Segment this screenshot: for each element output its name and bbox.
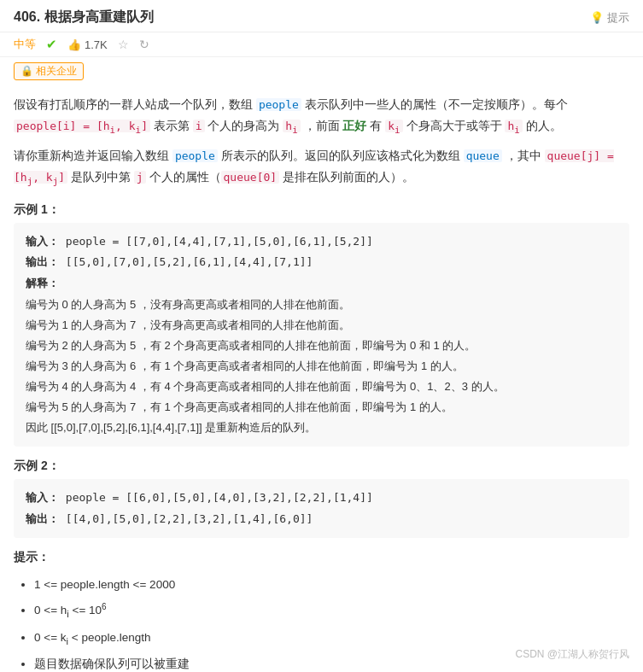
- example2-output: 输出： [[4,0],[5,0],[2,2],[3,2],[1,4],[6,0]…: [26, 509, 617, 530]
- example1-input: 输入： people = [[7,0],[4,4],[7,1],[5,0],[6…: [26, 231, 617, 253]
- example1-input-label: 输入：: [26, 235, 59, 248]
- example2-title: 示例 2：: [14, 459, 629, 474]
- explain-line-6: 因此 [[5,0],[7,0],[5,2],[6,1],[4,4],[7,1]]…: [26, 418, 617, 438]
- code-hi: hi: [283, 120, 300, 132]
- thumb-up-icon: 👍: [67, 38, 81, 51]
- code-peoplei: people[i] = [hi, ki]: [14, 120, 150, 132]
- tag-bar: 🔒 相关企业: [0, 57, 643, 85]
- likes-count: 👍 1.7K: [67, 38, 108, 51]
- explain-line-0: 编号为 0 的人身高为 5 ，没有身高更高或者相同的人排在他前面。: [26, 295, 617, 315]
- explain-line-3: 编号为 3 的人身高为 6 ，有 1 个身高更高或者者相同的人排在他前面，即编号…: [26, 356, 617, 377]
- code-ki: ki: [385, 120, 402, 132]
- header: 406. 根据身高重建队列 💡 提示: [0, 0, 643, 32]
- hint-label[interactable]: 💡 提示: [590, 10, 629, 26]
- lock-icon: 🔒: [20, 65, 33, 77]
- example1-output: 输出： [[5,0],[7,0],[5,2],[6,1],[4,4],[7,1]…: [26, 252, 617, 273]
- keyword-queue: queue: [464, 149, 502, 162]
- keyword-people: people: [256, 98, 301, 111]
- code-queue0: queue[0]: [221, 171, 280, 184]
- related-companies-tag[interactable]: 🔒 相关企业: [14, 62, 84, 80]
- difficulty-badge: 中等: [14, 37, 36, 52]
- example2-input-label: 输入：: [26, 491, 59, 504]
- hint-item-0: 1 <= people.length <= 2000: [34, 572, 629, 598]
- example1-explain-label: 解释：: [26, 277, 59, 289]
- check-icon: ✔: [46, 37, 57, 52]
- page-title: 406. 根据身高重建队列: [14, 9, 154, 26]
- text-zhengque: 正好: [342, 119, 366, 132]
- description-block: 假设有打乱顺序的一群人站成一个队列，数组 people 表示队列中一些人的属性（…: [14, 94, 629, 190]
- example1-input-value: people = [[7,0],[4,4],[7,1],[5,0],[6,1],…: [66, 235, 373, 248]
- example1-explain-lines: 编号为 0 的人身高为 5 ，没有身高更高或者相同的人排在他前面。 编号为 1 …: [26, 295, 617, 438]
- example1-box: 输入： people = [[7,0],[4,4],[7,1],[5,0],[6…: [14, 223, 629, 447]
- refresh-icon[interactable]: ↻: [139, 38, 149, 51]
- example2-output-value: [[4,0],[5,0],[2,2],[3,2],[1,4],[6,0]]: [66, 512, 313, 525]
- hint-icon: 💡: [590, 11, 604, 24]
- hint-text-2: 0 <= ki < people.length: [34, 631, 151, 644]
- code-j: j: [134, 171, 146, 184]
- watermark: CSDN @江湖人称贺行风: [515, 647, 629, 662]
- example2-box: 输入： people = [[6,0],[5,0],[4,0],[3,2],[2…: [14, 479, 629, 538]
- code-queuej: queue[j] = [hj, kj]: [14, 149, 614, 184]
- hint-text-1: 0 <= hi <= 106: [34, 604, 107, 616]
- explain-line-5: 编号为 5 的人身高为 7 ，有 1 个身高更高或者相同的人排在他前面，即编号为…: [26, 397, 617, 418]
- example1-output-label: 输出：: [26, 255, 59, 268]
- description-para1: 假设有打乱顺序的一群人站成一个队列，数组 people 表示队列中一些人的属性（…: [14, 94, 629, 138]
- hints-title: 提示：: [14, 550, 629, 565]
- hint-text-0: 1 <= people.length <= 2000: [34, 578, 175, 591]
- example2-input-value: people = [[6,0],[5,0],[4,0],[3,2],[2,2],…: [66, 491, 373, 504]
- code-i: i: [193, 120, 205, 132]
- example2-output-label: 输出：: [26, 512, 59, 525]
- example1-output-value: [[5,0],[7,0],[5,2],[6,1],[4,4],[7,1]]: [66, 255, 313, 268]
- code-hi2: hi: [505, 120, 522, 132]
- explain-line-1: 编号为 1 的人身高为 7 ，没有身高更高或者相同的人排在他前面。: [26, 315, 617, 336]
- hint-item-1: 0 <= hi <= 106: [34, 598, 629, 625]
- content-area: 假设有打乱顺序的一群人站成一个队列，数组 people 表示队列中一些人的属性（…: [0, 85, 643, 672]
- example2-input: 输入： people = [[6,0],[5,0],[4,0],[3,2],[2…: [26, 488, 617, 509]
- description-para2: 请你重新构造并返回输入数组 people 所表示的队列。返回的队列应该格式化为数…: [14, 145, 629, 190]
- star-icon[interactable]: ☆: [118, 38, 129, 51]
- explain-line-4: 编号为 4 的人身高为 4 ，有 4 个身高更高或者相同的人排在他前面，即编号为…: [26, 377, 617, 397]
- keyword-people2: people: [172, 149, 218, 162]
- example1-title: 示例 1：: [14, 202, 629, 218]
- hint-text-3: 题目数据确保队列可以被重建: [34, 657, 190, 670]
- explain-line-2: 编号为 2 的人身高为 5 ，有 2 个身高更高或者相同的人排在他前面，即编号为…: [26, 336, 617, 356]
- example1-explain: 解释：: [26, 273, 617, 295]
- meta-bar: 中等 ✔ 👍 1.7K ☆ ↻: [0, 32, 643, 57]
